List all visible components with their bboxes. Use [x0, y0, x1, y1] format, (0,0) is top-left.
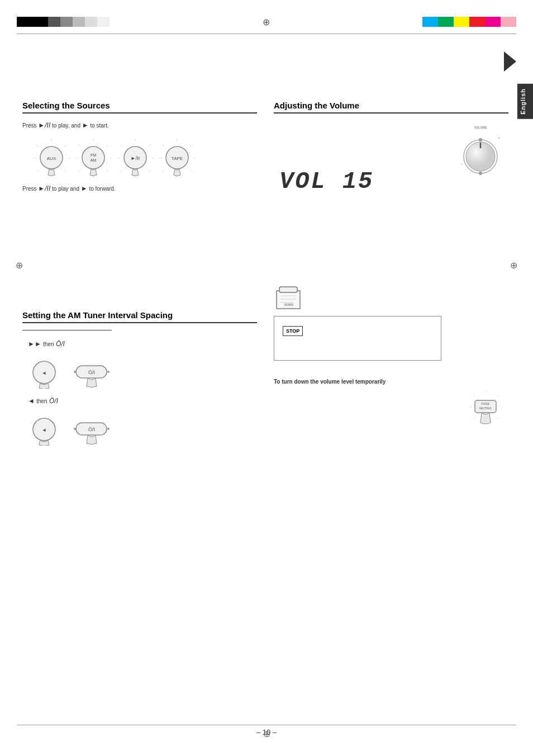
am-tuner-section: Setting the AM Tuner Interval Spacing ►►… — [22, 310, 257, 453]
svg-point-54 — [74, 371, 76, 373]
selecting-sources-title: Selecting the Sources — [22, 101, 257, 114]
svg-point-61 — [107, 428, 110, 430]
adjusting-volume-section: Adjusting the Volume VOLUME + – — [274, 101, 508, 199]
svg-text:◄: ◄ — [42, 370, 47, 376]
svg-line-24 — [148, 169, 151, 172]
svg-line-73 — [473, 417, 475, 419]
svg-line-22 — [148, 144, 151, 147]
svg-text:notes: notes — [284, 303, 294, 306]
rew-press-item: ◄ — [28, 413, 60, 446]
adjusting-volume-title: Adjusting the Volume — [274, 101, 508, 114]
svg-text:Ö/I: Ö/I — [88, 427, 95, 432]
source-buttons-row: AUX — [34, 139, 257, 178]
color-strip-right — [422, 17, 516, 27]
svg-line-32 — [190, 144, 193, 147]
am-tuner-underline — [22, 330, 112, 330]
power-press-item2: Ö/I — [72, 413, 112, 446]
svg-text:►/II: ►/II — [131, 155, 140, 161]
svg-text:FM: FM — [91, 153, 96, 157]
svg-point-60 — [74, 428, 76, 430]
power-press-item1: Ö/I — [72, 356, 112, 389]
svg-text:Ö/I: Ö/I — [88, 370, 95, 375]
aux-button-illus: AUX — [34, 139, 70, 178]
svg-line-75 — [473, 395, 475, 397]
color-swatch-red — [469, 17, 485, 27]
svg-line-3 — [64, 169, 67, 172]
sources-footer-text: Press ►/II to play and ► to forward. — [22, 183, 257, 193]
vol-display: VOL 15 — [274, 163, 386, 196]
color-swatch-lgray — [73, 17, 85, 27]
color-swatch-green — [438, 17, 454, 27]
svg-line-11 — [106, 144, 109, 147]
color-swatch-white — [97, 17, 110, 27]
svg-line-1 — [64, 144, 67, 147]
color-swatch-pink — [501, 17, 516, 27]
svg-text:AM: AM — [91, 158, 97, 162]
color-swatch-yellow — [454, 17, 469, 27]
color-bar-top: ⊕ — [0, 16, 533, 28]
svg-text:–: – — [461, 162, 463, 166]
fade-muting-button-illus: FADE MUTING — [469, 390, 503, 432]
am-tuner-title: Setting the AM Tuner Interval Spacing — [22, 310, 257, 323]
am-tuner-step1-text: ►► then Ö/I — [28, 339, 257, 349]
notes-icon-area: notes — [274, 282, 304, 310]
svg-line-28 — [120, 144, 123, 147]
svg-text:TAPE: TAPE — [172, 156, 183, 161]
ff-press-item: ◄ — [28, 356, 60, 389]
svg-text:AUX: AUX — [47, 156, 56, 161]
tape-button-illus: TAPE — [159, 139, 196, 178]
svg-line-5 — [36, 169, 39, 172]
color-swatch-dgray — [48, 17, 60, 27]
fm-am-button-illus: FM AM — [75, 139, 112, 178]
color-swatch-mgray — [60, 17, 73, 27]
svg-point-47 — [479, 172, 482, 175]
selecting-sources-section: Selecting the Sources Press ►/II to play… — [22, 101, 257, 196]
top-center-crosshair: ⊕ — [263, 17, 270, 27]
svg-line-13 — [106, 169, 109, 172]
bottom-crosshair: ⊕ — [263, 729, 270, 739]
svg-text:VOL 15: VOL 15 — [279, 168, 374, 193]
svg-text:◄: ◄ — [42, 427, 47, 433]
svg-text:FADE: FADE — [482, 402, 490, 405]
svg-line-7 — [36, 144, 39, 147]
svg-line-15 — [78, 169, 81, 172]
selecting-sources-body: Press ►/II to play, and ► to start. — [22, 120, 257, 130]
language-tab: English — [517, 84, 533, 119]
svg-point-48 — [479, 138, 482, 141]
play-pause-button-illus: ►/II — [117, 139, 154, 178]
right-crosshair: ⊕ — [510, 260, 517, 271]
am-tuner-step2-buttons: ◄ Ö/I — [28, 413, 257, 446]
svg-line-71 — [497, 417, 499, 419]
sources-desc2: Press ►/II to play and ► to forward. — [22, 183, 257, 193]
svg-line-69 — [497, 395, 499, 397]
color-swatch-llgray — [85, 17, 97, 27]
stop-note-box: STOP — [274, 316, 441, 361]
stop-icon: STOP — [283, 326, 303, 336]
svg-line-34 — [190, 169, 193, 172]
am-tuner-step2-text: ◄ then Ö/I — [28, 396, 257, 406]
volume-knob-area: VOLUME + – — [274, 120, 508, 199]
fade-muting-section: To turn down the volume level temporaril… — [274, 377, 508, 429]
fade-muting-area: FADE MUTING — [274, 390, 508, 429]
volume-knob-container: VOLUME + – — [455, 123, 506, 187]
svg-text:+: + — [498, 136, 500, 139]
svg-text:VOLUME: VOLUME — [474, 126, 487, 129]
color-strip-left — [17, 17, 110, 27]
svg-line-26 — [120, 169, 123, 172]
svg-rect-63 — [279, 287, 297, 292]
am-tuner-step1-buttons: ◄ Ö/I — [28, 356, 257, 389]
svg-point-18 — [82, 147, 104, 169]
color-swatch-black2 — [32, 17, 48, 27]
main-content: Selecting the Sources Press ►/II to play… — [22, 36, 508, 722]
bottom-border-line — [17, 725, 516, 725]
top-border-line — [17, 34, 516, 34]
notes-stop-section: notes STOP To turn down the volume level… — [274, 310, 508, 429]
fade-muting-title: To turn down the volume level temporaril… — [274, 377, 508, 386]
color-swatch-magenta — [485, 17, 501, 27]
svg-line-17 — [78, 144, 81, 147]
color-swatch-black — [17, 17, 32, 27]
svg-line-36 — [162, 169, 165, 172]
svg-point-55 — [107, 371, 110, 373]
svg-line-38 — [162, 144, 165, 147]
sources-desc1: Press ►/II to play, and ► to start. — [22, 120, 257, 130]
